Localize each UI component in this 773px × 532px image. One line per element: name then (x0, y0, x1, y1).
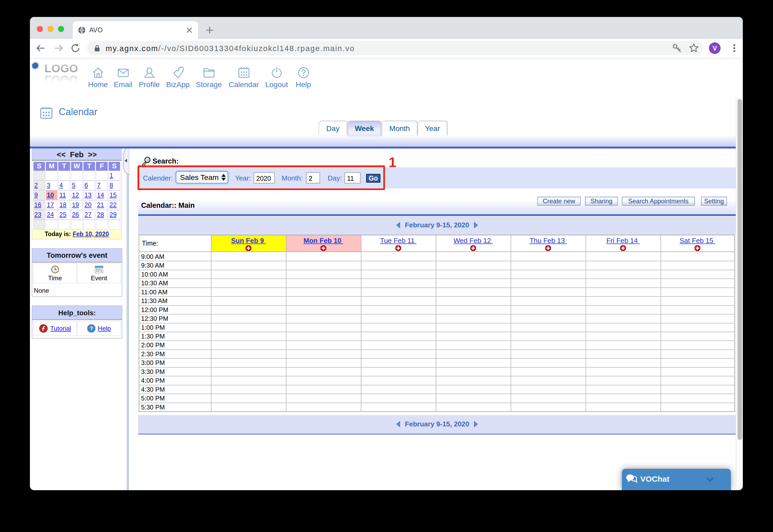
svg-text:?: ? (90, 326, 93, 331)
